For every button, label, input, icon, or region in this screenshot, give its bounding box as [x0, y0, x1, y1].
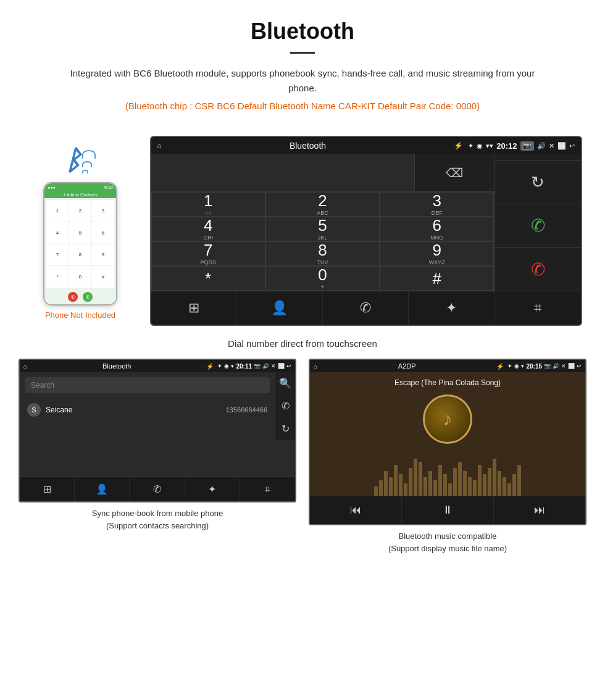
dial-key-8[interactable]: 8 TUV: [265, 241, 380, 266]
pb-volume-icon: 🔊: [262, 363, 269, 370]
dial-key-5[interactable]: 5 JKL: [265, 217, 380, 241]
phone-key-hash[interactable]: #: [92, 266, 114, 288]
contact-name: Seicane: [46, 406, 226, 414]
dial-key-6-num: 6: [433, 217, 441, 233]
pb-statusbar-icons: ✦ ◉ ▾ 20:11 📷 🔊 ✕ ⬜ ↩: [217, 363, 291, 370]
dial-key-star[interactable]: *: [151, 266, 265, 291]
phone-key-3[interactable]: 3: [92, 200, 114, 222]
dial-key-7[interactable]: 7 PQRS: [151, 241, 265, 266]
phone-key-2[interactable]: 2: [69, 200, 91, 222]
pb-usb-icon: ⚡: [206, 363, 214, 370]
pb-bluetooth-btn[interactable]: ✦: [185, 477, 240, 501]
phonebook-list-area: Search S Seicane 13566664466: [20, 372, 275, 440]
dialpad-main: ⌫ 1 ○○ 2 ABC 3 DEF: [151, 154, 494, 291]
music-prev-btn[interactable]: ⏮: [310, 496, 402, 524]
end-call-button[interactable]: ✆: [495, 248, 581, 291]
contacts-btn[interactable]: 👤: [237, 291, 323, 325]
bluetooth-btn[interactable]: ✦: [409, 291, 494, 325]
statusbar-volume-icon[interactable]: 🔊: [537, 142, 546, 150]
music-note-icon: ♪: [443, 409, 453, 430]
dial-key-9[interactable]: 9 WXYZ: [380, 241, 494, 266]
dial-key-3-num: 3: [433, 193, 441, 209]
music-visualizer: [310, 446, 585, 496]
dialpad-row1: 1 ○○ 2 ABC 3 DEF: [151, 192, 494, 217]
refresh-button[interactable]: ↻: [495, 161, 581, 204]
dial-key-9-num: 9: [433, 242, 441, 258]
phone-key-7[interactable]: 7: [46, 244, 69, 266]
phone-key-5[interactable]: 5: [69, 222, 91, 244]
dial-key-9-sub: WXYZ: [429, 259, 445, 265]
dial-key-7-sub: PQRS: [200, 259, 216, 265]
music-location-icon: ◉: [514, 363, 519, 370]
phone-end-btn[interactable]: ✆: [68, 292, 78, 302]
statusbar-time: 20:12: [496, 141, 517, 151]
statusbar-window-icon[interactable]: ⬜: [557, 142, 566, 150]
phonebook-right-actions: 🔍 ✆ ↻: [275, 372, 295, 440]
music-next-btn[interactable]: ⏭: [494, 496, 585, 524]
statusbar-wifi-icon: ▾▾: [486, 142, 493, 150]
music-screen: ⌂ A2DP ⚡ ✦ ◉ ▾ 20:15 📷 🔊 ✕ ⬜ ↩: [309, 359, 586, 525]
link-btn[interactable]: ⌗: [494, 291, 580, 325]
dial-key-1-sub: ○○: [205, 210, 212, 216]
phonebook-sync-icon[interactable]: ↻: [282, 423, 290, 435]
phone-call-btn[interactable]: ✆: [83, 292, 93, 302]
dial-key-1[interactable]: 1 ○○: [151, 192, 265, 217]
android-statusbar: ⌂ Bluetooth ⚡ ✦ ◉ ▾▾ 20:12 📷 🔊 ✕ ⬜ ↩: [151, 137, 581, 154]
phone-key-8[interactable]: 8: [69, 244, 91, 266]
pb-home-icon[interactable]: ⌂: [23, 363, 27, 370]
title-divider: [290, 52, 315, 54]
pb-dialpad-btn[interactable]: ⊞: [20, 477, 75, 501]
dialpad-area: ⌫ 1 ○○ 2 ABC 3 DEF: [151, 154, 581, 291]
pb-link-btn[interactable]: ⌗: [240, 477, 295, 501]
contact-row[interactable]: S Seicane 13566664466: [25, 398, 270, 422]
statusbar-back-icon[interactable]: ↩: [569, 142, 575, 150]
statusbar-home-icon[interactable]: ⌂: [157, 141, 162, 150]
phonebook-call-icon[interactable]: ✆: [282, 400, 290, 412]
music-window-icon[interactable]: ⬜: [568, 363, 575, 370]
phone-key-0[interactable]: 0: [69, 266, 91, 288]
pb-close-icon[interactable]: ✕: [271, 363, 276, 370]
music-bt-icon: ✦: [507, 363, 512, 370]
pb-back-icon[interactable]: ↩: [286, 363, 291, 370]
phonebook-search-icon[interactable]: 🔍: [279, 377, 291, 389]
dial-key-2-num: 2: [318, 193, 327, 209]
dial-key-2[interactable]: 2 ABC: [265, 192, 380, 217]
recents-btn[interactable]: ✆: [323, 291, 409, 325]
dial-key-0[interactable]: 0 +: [265, 266, 380, 291]
phone-dialpad: 1 2 3 4 5 6 7 8 9 * 0 #: [44, 198, 116, 290]
bluetooth-icon-area: ᛒ: [65, 145, 96, 176]
dial-key-8-sub: TUV: [317, 259, 328, 265]
signal-waves-icon: [82, 148, 96, 173]
dial-key-hash[interactable]: #: [380, 266, 494, 291]
statusbar-close-icon[interactable]: ✕: [549, 142, 554, 150]
call-button[interactable]: ✆: [495, 204, 581, 248]
phone-key-star[interactable]: *: [46, 266, 69, 288]
statusbar-usb-icon: ⚡: [454, 141, 463, 150]
music-back-icon[interactable]: ↩: [577, 363, 582, 370]
music-caption-line2: (Support display music file name): [388, 544, 507, 553]
phonebook-search-bar[interactable]: Search: [25, 377, 270, 393]
phone-key-4[interactable]: 4: [46, 222, 69, 244]
bt-letter-icon: ᛒ: [65, 145, 81, 176]
phone-key-1[interactable]: 1: [46, 200, 69, 222]
pb-contacts-btn[interactable]: 👤: [75, 477, 130, 501]
statusbar-camera-icon[interactable]: 📷: [520, 141, 534, 151]
backspace-button[interactable]: ⌫: [414, 154, 494, 191]
dial-key-6[interactable]: 6 MNO: [380, 217, 494, 241]
sync-refresh-area: [495, 154, 581, 161]
music-playpause-btn[interactable]: ⏸: [402, 496, 494, 524]
pb-recents-btn[interactable]: ✆: [130, 477, 185, 501]
dialpad-btn[interactable]: ⊞: [151, 291, 237, 325]
dial-key-4[interactable]: 4 GHI: [151, 217, 265, 241]
dialpad-row3: 7 PQRS 8 TUV 9 WXYZ: [151, 241, 494, 266]
music-home-icon[interactable]: ⌂: [314, 363, 317, 370]
phone-key-6[interactable]: 6: [92, 222, 114, 244]
dial-key-3[interactable]: 3 DEF: [380, 192, 494, 217]
phonebook-screen: ⌂ Bluetooth ⚡ ✦ ◉ ▾ 20:11 📷 🔊 ✕ ⬜ ↩: [19, 359, 296, 502]
pb-statusbar-title: Bluetooth: [31, 362, 202, 370]
pb-window-icon[interactable]: ⬜: [278, 363, 285, 370]
phone-image: ●●● M:20 + Add to Contacts 1 2 3 4 5 6 7…: [43, 182, 117, 306]
phone-not-included-label: Phone Not Included: [45, 310, 115, 320]
music-close-icon[interactable]: ✕: [561, 363, 566, 370]
phone-key-9[interactable]: 9: [92, 244, 114, 266]
